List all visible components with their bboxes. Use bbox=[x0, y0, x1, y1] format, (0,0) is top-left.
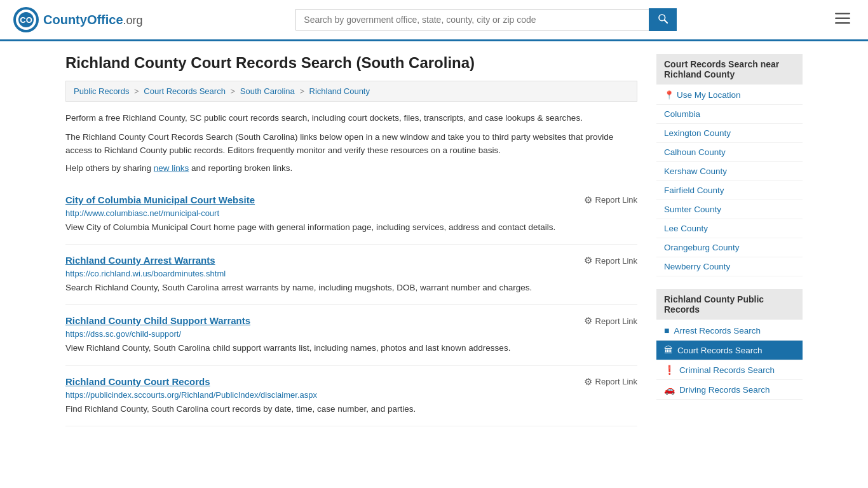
svg-line-5 bbox=[665, 20, 667, 23]
report-link-3[interactable]: ⚙ Report Link bbox=[584, 376, 637, 388]
nearby-link-2[interactable]: Calhoun County bbox=[656, 143, 803, 162]
search-input[interactable] bbox=[295, 9, 649, 30]
result-url-0[interactable]: http://www.columbiasc.net/municipal-cour… bbox=[65, 208, 637, 218]
nearby-link-8[interactable]: Newberry County bbox=[656, 257, 803, 276]
nearby-section: Court Records Search near Richland Count… bbox=[656, 54, 803, 276]
search-button[interactable] bbox=[649, 8, 677, 31]
report-link-2[interactable]: ⚙ Report Link bbox=[584, 315, 637, 327]
result-url-1[interactable]: https://co.richland.wi.us/boardminutes.s… bbox=[65, 269, 637, 278]
result-item: City of Columbia Municipal Court Website… bbox=[65, 184, 637, 245]
report-link-label: Report Link bbox=[595, 316, 637, 326]
result-header: Richland County Arrest Warrants ⚙ Report… bbox=[65, 255, 637, 266]
records-icon-2: ❗ bbox=[664, 365, 675, 375]
result-title-2[interactable]: Richland County Child Support Warrants bbox=[65, 315, 250, 326]
result-header: City of Columbia Municipal Court Website… bbox=[65, 194, 637, 206]
breadcrumb-court-records[interactable]: Court Records Search bbox=[144, 86, 226, 96]
records-section: Richland County Public Records ■Arrest R… bbox=[656, 289, 803, 400]
report-icon: ⚙ bbox=[584, 255, 592, 266]
svg-rect-7 bbox=[835, 18, 850, 20]
svg-rect-6 bbox=[835, 13, 850, 15]
svg-rect-8 bbox=[835, 22, 850, 24]
nearby-link-0[interactable]: Columbia bbox=[656, 105, 803, 124]
nearby-link-4[interactable]: Fairfield County bbox=[656, 181, 803, 200]
result-item: Richland County Court Records ⚙ Report L… bbox=[65, 366, 637, 426]
description-1: Perform a free Richland County, SC publi… bbox=[65, 112, 637, 125]
records-icon-3: 🚗 bbox=[664, 384, 675, 395]
logo-icon: CO bbox=[13, 6, 39, 33]
hamburger-icon bbox=[835, 13, 850, 24]
logo-text: CountyOffice.org bbox=[43, 13, 143, 27]
records-link-0[interactable]: ■Arrest Records Search bbox=[656, 321, 803, 341]
logo-area: CO CountyOffice.org bbox=[13, 6, 143, 33]
breadcrumb-south-carolina[interactable]: South Carolina bbox=[240, 86, 295, 96]
description-2: The Richland County Court Records Search… bbox=[65, 131, 637, 157]
breadcrumb-sep-2: > bbox=[231, 86, 238, 96]
nearby-link-6[interactable]: Lee County bbox=[656, 219, 803, 238]
records-link-3[interactable]: 🚗Driving Records Search bbox=[656, 380, 803, 400]
result-item: Richland County Arrest Warrants ⚙ Report… bbox=[65, 245, 637, 305]
report-link-1[interactable]: ⚙ Report Link bbox=[584, 255, 637, 266]
report-icon: ⚙ bbox=[584, 315, 592, 327]
nearby-link-7[interactable]: Orangeburg County bbox=[656, 238, 803, 257]
nearby-links: ColumbiaLexington CountyCalhoun CountyKe… bbox=[656, 105, 803, 276]
result-desc-1: Search Richland County, South Carolina a… bbox=[65, 281, 637, 294]
description-3: Help others by sharing new links and rep… bbox=[65, 163, 637, 173]
report-link-label: Report Link bbox=[595, 377, 637, 386]
breadcrumb-richland-county[interactable]: Richland County bbox=[309, 86, 370, 96]
location-icon bbox=[664, 90, 677, 100]
breadcrumb-sep-3: > bbox=[299, 86, 306, 96]
report-link-0[interactable]: ⚙ Report Link bbox=[584, 194, 637, 206]
breadcrumb: Public Records > Court Records Search > … bbox=[65, 81, 637, 102]
menu-button[interactable] bbox=[830, 9, 855, 30]
records-link-1[interactable]: 🏛Court Records Search bbox=[656, 341, 803, 360]
new-links-link[interactable]: new links bbox=[154, 163, 189, 173]
records-icon-1: 🏛 bbox=[664, 345, 673, 355]
records-links: ■Arrest Records Search🏛Court Records Sea… bbox=[656, 321, 803, 400]
result-title-1[interactable]: Richland County Arrest Warrants bbox=[65, 255, 215, 266]
report-icon: ⚙ bbox=[584, 376, 592, 388]
records-icon-0: ■ bbox=[664, 325, 669, 336]
nearby-link-5[interactable]: Sumter County bbox=[656, 200, 803, 219]
nearby-link-3[interactable]: Kershaw County bbox=[656, 162, 803, 181]
result-header: Richland County Court Records ⚙ Report L… bbox=[65, 376, 637, 388]
use-my-location-link[interactable]: Use My Location bbox=[656, 86, 803, 105]
result-desc-3: Find Richland County, South Carolina cou… bbox=[65, 403, 637, 416]
report-link-label: Report Link bbox=[595, 195, 637, 205]
nearby-section-title: Court Records Search near Richland Count… bbox=[656, 54, 803, 85]
header: CO CountyOffice.org bbox=[0, 0, 868, 41]
report-link-label: Report Link bbox=[595, 256, 637, 266]
result-title-3[interactable]: Richland County Court Records bbox=[65, 376, 210, 387]
result-url-3[interactable]: https://publicindex.sccourts.org/Richlan… bbox=[65, 390, 637, 400]
report-icon: ⚙ bbox=[584, 194, 592, 206]
result-header: Richland County Child Support Warrants ⚙… bbox=[65, 315, 637, 327]
breadcrumb-public-records[interactable]: Public Records bbox=[74, 86, 129, 96]
result-url-2[interactable]: https://dss.sc.gov/child-support/ bbox=[65, 329, 637, 339]
result-title-0[interactable]: City of Columbia Municipal Court Website bbox=[65, 194, 255, 205]
result-desc-0: View City of Columbia Municipal Court ho… bbox=[65, 221, 637, 234]
svg-text:CO: CO bbox=[20, 15, 32, 25]
sidebar: Court Records Search near Richland Count… bbox=[656, 54, 803, 426]
search-area bbox=[295, 8, 677, 31]
records-link-2[interactable]: ❗Criminal Records Search bbox=[656, 360, 803, 380]
search-icon bbox=[658, 13, 668, 24]
result-item: Richland County Child Support Warrants ⚙… bbox=[65, 305, 637, 365]
page-title: Richland County Court Records Search (So… bbox=[65, 54, 637, 72]
content-area: Richland County Court Records Search (So… bbox=[65, 54, 637, 426]
result-desc-2: View Richland County, South Carolina chi… bbox=[65, 342, 637, 355]
results-list: City of Columbia Municipal Court Website… bbox=[65, 184, 637, 426]
nearby-link-1[interactable]: Lexington County bbox=[656, 124, 803, 143]
records-section-title: Richland County Public Records bbox=[656, 289, 803, 320]
main-container: Richland County Court Records Search (So… bbox=[53, 41, 815, 439]
breadcrumb-sep-1: > bbox=[134, 86, 141, 96]
